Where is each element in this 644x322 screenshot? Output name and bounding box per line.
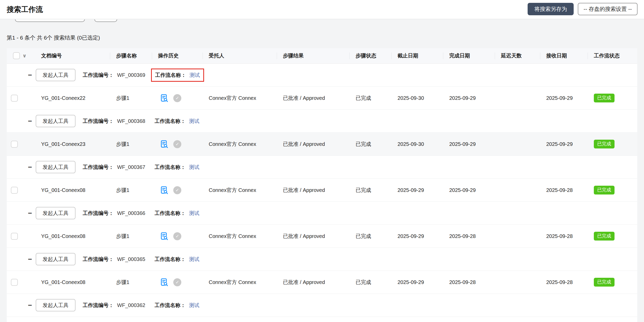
workflow-name-link[interactable]: 测试 xyxy=(189,118,199,125)
table-header-row: ∨ 文档编号 步骤名称 操作历史 受托人 步骤结果 步骤状态 截止日期 完成日期… xyxy=(7,48,637,64)
save-search-as-button[interactable]: 将搜索另存为 xyxy=(528,3,574,15)
clipped-search-input[interactable] xyxy=(15,19,85,22)
header-actions: 将搜索另存为 -- 存盘的搜索设置 -- xyxy=(528,3,638,15)
initiator-tools-button[interactable]: 发起人工具 xyxy=(36,253,76,265)
saved-search-settings-dropdown[interactable]: -- 存盘的搜索设置 -- xyxy=(578,3,638,15)
status-badge: 已完成 xyxy=(594,232,615,241)
document-search-icon[interactable] xyxy=(160,278,169,287)
doc-number-cell: YG_001-Coneex23 xyxy=(35,141,110,147)
assignee-cell: Connex官方 Connex xyxy=(203,233,277,240)
column-header-step-status: 步骤状态 xyxy=(349,48,391,63)
step-status-cell: 已完成 xyxy=(349,233,391,240)
row-checkbox[interactable] xyxy=(11,279,18,286)
workflow-number-value: WF_000367 xyxy=(117,164,145,170)
row-select-cell xyxy=(7,141,35,148)
workflow-name-label: 工作流名称： xyxy=(155,118,186,125)
done-date-cell: 2025-09-28 xyxy=(443,233,495,239)
column-header-history: 操作历史 xyxy=(152,48,203,63)
workflow-status-cell: 已完成 xyxy=(588,94,637,102)
done-date-cell: 2025-09-29 xyxy=(443,187,495,193)
workflow-number-label: 工作流编号： xyxy=(83,72,114,79)
workflow-number-value: WF_000366 xyxy=(117,210,145,216)
minus-icon[interactable]: − xyxy=(28,118,32,125)
done-date-cell: 2025-09-29 xyxy=(443,141,495,147)
step-name-cell: 步骤1 xyxy=(110,187,152,194)
workflow-name-link[interactable]: 测试 xyxy=(189,256,199,263)
doc-number-cell: YG_001-Coneex08 xyxy=(35,187,110,193)
workflow-status-cell: 已完成 xyxy=(588,278,637,287)
workflow-number-label: 工作流编号： xyxy=(83,256,114,263)
workflow-number-value: WF_000365 xyxy=(117,256,145,262)
check-circle-icon: ✓ xyxy=(173,232,181,240)
initiator-tools-button[interactable]: 发起人工具 xyxy=(36,69,76,81)
workflow-name-label: 工作流名称： xyxy=(155,302,186,309)
workflow-group-row: − 发起人工具 工作流编号： WF_000366 工作流名称： 测试 xyxy=(7,202,637,225)
column-header-delay-days: 延迟天数 xyxy=(495,48,540,63)
workflow-group-row: − 发起人工具 工作流编号： WF_000368 工作流名称： 测试 xyxy=(7,110,637,133)
select-all-checkbox[interactable] xyxy=(13,52,20,59)
workflow-number-value: WF_000369 xyxy=(117,72,145,78)
workflow-name-link[interactable]: 测试 xyxy=(190,72,200,79)
received-date-cell: 2025-09-28 xyxy=(540,233,588,239)
workflow-group-row: − 发起人工具 工作流编号： WF_000369 工作流名称： 测试 xyxy=(7,64,637,87)
due-date-cell: 2025-09-29 xyxy=(391,187,443,193)
check-circle-icon: ✓ xyxy=(173,186,181,194)
doc-number-cell: YG_001-Coneex22 xyxy=(35,95,110,101)
step-status-cell: 已完成 xyxy=(349,95,391,102)
done-date-cell: 2025-09-29 xyxy=(443,95,495,101)
initiator-tools-button[interactable]: 发起人工具 xyxy=(36,299,76,311)
workflow-name-label: 工作流名称： xyxy=(155,256,186,263)
assignee-cell: Connex官方 Connex xyxy=(203,187,277,194)
document-search-icon[interactable] xyxy=(160,232,169,241)
initiator-tools-button[interactable]: 发起人工具 xyxy=(36,115,76,127)
status-badge: 已完成 xyxy=(594,94,615,102)
minus-icon[interactable]: − xyxy=(28,164,32,171)
row-checkbox[interactable] xyxy=(11,233,18,240)
workflow-name-group: 工作流名称： 测试 xyxy=(155,302,199,309)
row-checkbox[interactable] xyxy=(11,95,18,102)
header-select-cell: ∨ xyxy=(7,48,35,63)
received-date-cell: 2025-09-28 xyxy=(540,187,588,193)
step-result-cell: 已批准 / Approved xyxy=(277,279,349,286)
operation-history-cell: ✓ xyxy=(152,94,203,103)
workflow-name-link[interactable]: 测试 xyxy=(189,210,199,217)
workflow-number-label: 工作流编号： xyxy=(83,302,114,309)
workflow-name-link[interactable]: 测试 xyxy=(189,302,199,309)
initiator-tools-button[interactable]: 发起人工具 xyxy=(36,207,76,219)
minus-icon[interactable]: − xyxy=(28,302,32,309)
workflow-number-label: 工作流编号： xyxy=(83,210,114,217)
initiator-tools-button[interactable]: 发起人工具 xyxy=(36,161,76,173)
row-select-cell xyxy=(7,95,35,102)
check-circle-icon: ✓ xyxy=(173,94,181,102)
check-circle-icon: ✓ xyxy=(173,140,181,148)
column-header-doc: 文档编号 xyxy=(35,48,110,63)
minus-icon[interactable]: − xyxy=(28,72,32,79)
doc-number-cell: YG_001-Coneex08 xyxy=(35,233,110,239)
workflow-status-cell: 已完成 xyxy=(588,140,637,148)
row-select-cell xyxy=(7,233,35,240)
result-summary: 第1 - 6 条个 共 6个 搜索结果 (0已选定) xyxy=(7,34,644,41)
workflow-name-link[interactable]: 测试 xyxy=(189,164,199,171)
step-name-cell: 步骤1 xyxy=(110,233,152,240)
column-header-step-name: 步骤名称 xyxy=(110,48,152,63)
workflow-number-value: WF_000362 xyxy=(117,302,145,308)
table-row: YG_001-Coneex23 步骤1 ✓ Connex官方 Connex 已批… xyxy=(7,133,637,156)
operation-history-cell: ✓ xyxy=(152,232,203,241)
column-header-done-date: 完成日期 xyxy=(443,48,495,63)
workflow-number-value: WF_000368 xyxy=(117,118,145,124)
minus-icon[interactable]: − xyxy=(28,210,32,217)
document-search-icon[interactable] xyxy=(160,186,169,195)
row-checkbox[interactable] xyxy=(11,141,18,148)
document-search-icon[interactable] xyxy=(160,94,169,103)
row-checkbox[interactable] xyxy=(11,187,18,194)
document-search-icon[interactable] xyxy=(160,140,169,149)
workflow-group-row: − 发起人工具 工作流编号： WF_000365 工作流名称： 测试 xyxy=(7,248,637,271)
table-row: YG_001-Coneex22 步骤1 ✓ Connex官方 Connex 已批… xyxy=(7,87,637,110)
chevron-down-icon[interactable]: ∨ xyxy=(23,53,26,59)
received-date-cell: 2025-09-29 xyxy=(540,95,588,101)
minus-icon[interactable]: − xyxy=(28,256,32,263)
workflow-name-label: 工作流名称： xyxy=(155,72,186,79)
clipped-search-button[interactable] xyxy=(94,19,117,22)
received-date-cell: 2025-09-29 xyxy=(540,141,588,147)
workflow-status-cell: 已完成 xyxy=(588,232,637,241)
